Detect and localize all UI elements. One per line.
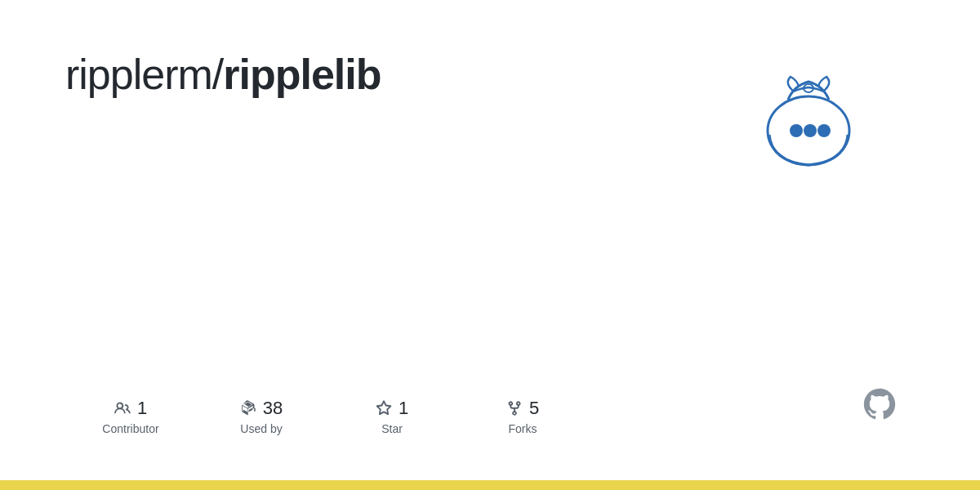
svg-point-3 bbox=[804, 124, 817, 137]
contributor-label: Contributor bbox=[102, 422, 158, 435]
logo-svg bbox=[751, 41, 866, 172]
used-by-icon bbox=[240, 400, 256, 416]
github-icon bbox=[861, 385, 898, 423]
stat-star[interactable]: 1 Star bbox=[327, 398, 457, 435]
stat-forks-top: 5 bbox=[506, 398, 539, 419]
stat-star-top: 1 bbox=[376, 398, 408, 419]
stats-area: 1 Contributor 38 Used by bbox=[65, 385, 915, 480]
github-icon-area[interactable] bbox=[861, 385, 898, 448]
repo-title: ripplerm/ripplelib bbox=[65, 49, 381, 100]
forks-count: 5 bbox=[529, 398, 539, 419]
star-label: Star bbox=[381, 422, 403, 435]
repo-owner: ripplerm/ bbox=[65, 51, 223, 98]
repo-name: ripplelib bbox=[223, 51, 381, 98]
bottom-bar bbox=[0, 480, 980, 490]
used-by-count: 38 bbox=[263, 398, 283, 419]
stat-used-by[interactable]: 38 Used by bbox=[196, 398, 327, 435]
stat-used-by-top: 38 bbox=[240, 398, 283, 419]
used-by-label: Used by bbox=[240, 422, 282, 435]
svg-point-2 bbox=[790, 124, 803, 137]
star-icon bbox=[376, 400, 392, 416]
forks-label: Forks bbox=[509, 422, 537, 435]
stat-contributor[interactable]: 1 Contributor bbox=[65, 398, 196, 435]
stat-forks[interactable]: 5 Forks bbox=[457, 398, 588, 435]
contributor-count: 1 bbox=[137, 398, 147, 419]
star-count: 1 bbox=[399, 398, 408, 419]
title-area: ripplerm/ripplelib bbox=[65, 49, 915, 172]
svg-point-4 bbox=[817, 124, 831, 137]
forks-icon bbox=[506, 400, 523, 416]
stat-contributor-top: 1 bbox=[114, 398, 147, 419]
contributors-icon bbox=[114, 400, 131, 416]
main-content: ripplerm/ripplelib bbox=[0, 0, 980, 480]
repo-logo bbox=[751, 41, 866, 172]
